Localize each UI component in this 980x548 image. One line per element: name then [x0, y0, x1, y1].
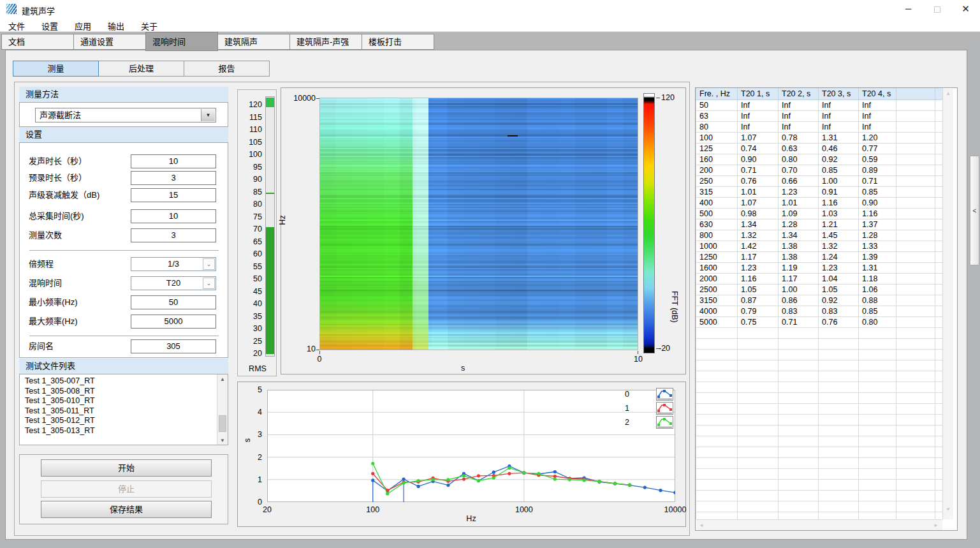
table-cell[interactable] [859, 436, 896, 447]
table-cell[interactable]: 0.85 [859, 306, 896, 316]
table-cell[interactable] [896, 479, 935, 490]
table-cell[interactable]: 1.17 [738, 251, 779, 262]
table-cell[interactable]: 1.17 [779, 273, 819, 284]
table-cell[interactable]: 1.32 [738, 230, 779, 241]
table-cell[interactable]: 1.18 [859, 273, 896, 284]
subtab-1[interactable]: 测量 [13, 61, 99, 77]
table-cell[interactable]: 500 [696, 208, 738, 219]
tab-5[interactable]: 建筑隔声-声强 [289, 34, 362, 50]
scroll-down-icon[interactable]: ▼ [217, 438, 228, 443]
table-cell[interactable]: Inf [819, 121, 859, 132]
table-cell[interactable]: 0.66 [779, 175, 819, 186]
table-cell[interactable] [819, 349, 859, 360]
table-cell[interactable]: 80 [696, 121, 738, 132]
table-cell[interactable] [896, 273, 935, 284]
table-cell[interactable]: 1.23 [738, 262, 779, 273]
panel-collapse-button[interactable]: < [970, 156, 979, 265]
field-input-10[interactable]: 305 [131, 339, 216, 353]
table-header-4[interactable]: T20 3, s [819, 88, 859, 100]
table-cell[interactable] [819, 447, 859, 457]
table-cell[interactable] [696, 392, 738, 403]
table-cell[interactable] [696, 512, 738, 519]
table-cell[interactable] [859, 327, 896, 338]
table-cell[interactable] [859, 479, 896, 490]
table-cell[interactable] [859, 371, 896, 381]
table-cell[interactable] [819, 512, 859, 519]
table-cell[interactable] [779, 371, 819, 381]
table-cell[interactable] [896, 110, 935, 121]
table-hscrollbar[interactable]: ◄ ► [696, 519, 942, 530]
table-cell[interactable] [779, 468, 819, 479]
table-cell[interactable]: Inf [779, 110, 819, 121]
table-cell[interactable]: 0.92 [819, 154, 859, 165]
tab-3[interactable]: 混响时间 [145, 32, 218, 51]
table-cell[interactable] [859, 501, 896, 512]
table-cell[interactable] [859, 381, 896, 392]
table-cell[interactable] [779, 414, 819, 425]
table-cell[interactable]: 0.89 [859, 165, 896, 175]
table-cell[interactable]: Inf [779, 121, 819, 132]
table-cell[interactable]: 0.91 [819, 186, 859, 197]
table-cell[interactable] [896, 100, 935, 110]
table-cell[interactable]: 1.38 [779, 241, 819, 251]
table-cell[interactable]: 0.74 [738, 143, 779, 154]
table-cell[interactable] [896, 241, 935, 251]
table-cell[interactable] [819, 414, 859, 425]
table-header-6[interactable] [896, 88, 935, 100]
table-cell[interactable]: 1.05 [819, 284, 859, 295]
table-cell[interactable] [738, 425, 779, 436]
table-cell[interactable]: 0.83 [779, 306, 819, 316]
table-cell[interactable]: 1250 [696, 251, 738, 262]
table-cell[interactable] [896, 121, 935, 132]
field-input-1[interactable]: 10 [131, 154, 216, 168]
table-cell[interactable] [819, 490, 859, 501]
table-cell[interactable] [696, 457, 738, 468]
table-cell[interactable]: 1.09 [779, 208, 819, 219]
table-cell[interactable] [696, 403, 738, 414]
table-cell[interactable]: 1600 [696, 262, 738, 273]
table-cell[interactable]: Inf [859, 110, 896, 121]
table-cell[interactable] [859, 392, 896, 403]
table-cell[interactable] [896, 447, 935, 457]
table-cell[interactable] [896, 175, 935, 186]
table-cell[interactable]: 0.75 [738, 316, 779, 327]
table-cell[interactable] [896, 316, 935, 327]
table-cell[interactable] [738, 327, 779, 338]
table-cell[interactable] [779, 490, 819, 501]
table-cell[interactable] [859, 447, 896, 457]
table-cell[interactable] [696, 327, 738, 338]
field-select-6[interactable]: 1/3⌄ [131, 257, 216, 271]
table-cell[interactable] [779, 338, 819, 349]
table-cell[interactable] [738, 349, 779, 360]
legend-item-0[interactable]: 0 [614, 388, 675, 401]
table-cell[interactable] [896, 165, 935, 175]
table-cell[interactable]: 1.21 [819, 219, 859, 230]
table-cell[interactable] [859, 490, 896, 501]
table-cell[interactable]: 0.78 [779, 132, 819, 143]
table-cell[interactable]: 63 [696, 110, 738, 121]
table-cell[interactable]: 125 [696, 143, 738, 154]
field-input-2[interactable]: 3 [131, 171, 216, 185]
stop-button[interactable]: 停止 [41, 480, 212, 498]
table-cell[interactable] [819, 468, 859, 479]
table-cell[interactable]: 0.80 [859, 316, 896, 327]
table-cell[interactable]: 1.20 [859, 132, 896, 143]
table-cell[interactable] [779, 381, 819, 392]
table-cell[interactable]: 315 [696, 186, 738, 197]
file-list-item-1[interactable]: Test 1_305-007_RT [20, 376, 216, 387]
table-cell[interactable] [896, 381, 935, 392]
table-cell[interactable] [738, 457, 779, 468]
table-cell[interactable] [779, 436, 819, 447]
table-cell[interactable] [859, 425, 896, 436]
table-cell[interactable] [696, 338, 738, 349]
table-cell[interactable]: 0.76 [738, 175, 779, 186]
table-cell[interactable] [896, 219, 935, 230]
subtab-2[interactable]: 后处理 [98, 61, 184, 77]
dropdown-arrow-icon[interactable]: ▼ [201, 109, 215, 121]
table-cell[interactable] [696, 371, 738, 381]
table-cell[interactable] [896, 338, 935, 349]
table-cell[interactable]: 1.31 [819, 132, 859, 143]
table-cell[interactable] [896, 468, 935, 479]
table-cell[interactable]: 1.34 [738, 219, 779, 230]
file-list-item-6[interactable]: Test 1_305-013_RT [20, 426, 216, 436]
